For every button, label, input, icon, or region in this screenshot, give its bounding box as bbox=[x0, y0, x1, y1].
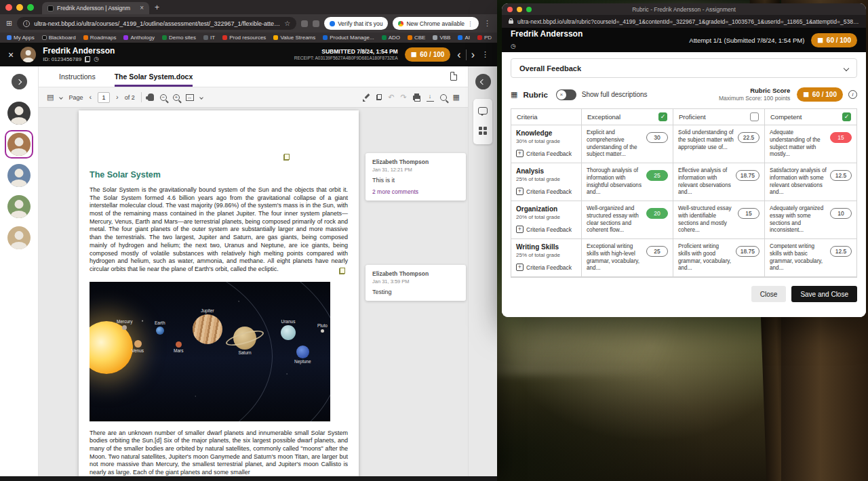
minimize-window-button[interactable] bbox=[16, 4, 23, 11]
criteria-feedback-link[interactable]: +Criteria Feedback bbox=[516, 226, 576, 233]
show-descriptions-toggle[interactable]: × bbox=[556, 89, 576, 100]
zoom-options-icon[interactable] bbox=[199, 96, 203, 100]
more-options-icon[interactable]: ⋮ bbox=[481, 50, 489, 59]
bookmark-item[interactable]: Value Streams bbox=[273, 35, 315, 41]
score-pill[interactable]: 20 bbox=[646, 208, 668, 219]
bookmark-item[interactable]: AI bbox=[458, 35, 470, 41]
rubric-cell[interactable]: Effective analysis of information with r… bbox=[673, 163, 765, 201]
search-icon[interactable] bbox=[440, 94, 447, 101]
bookmark-star-icon[interactable]: ☆ bbox=[284, 20, 290, 27]
attempt-history-clock-icon[interactable]: ◷ bbox=[94, 56, 99, 62]
previous-page-icon[interactable]: ‹ bbox=[89, 93, 92, 101]
grade-pill[interactable]: ▦ 60 / 100 bbox=[405, 47, 451, 62]
zoom-window-button[interactable] bbox=[526, 7, 532, 12]
rubric-cell[interactable]: Well-organized and structured essay with… bbox=[582, 201, 673, 239]
score-pill[interactable]: 15 bbox=[738, 208, 760, 219]
comment-card[interactable]: Elizabeth Thompson Jan 31, 12:21 PM This… bbox=[366, 153, 466, 201]
chip-menu-icon[interactable]: ⋮ bbox=[467, 20, 473, 27]
verify-identity-chip[interactable]: Verify that it's you bbox=[324, 17, 388, 30]
thumbnail-panel-icon[interactable]: ▤ bbox=[47, 93, 54, 101]
minimize-window-button[interactable] bbox=[517, 7, 522, 12]
bookmark-item[interactable]: VBB bbox=[433, 35, 450, 41]
collapse-panel-button[interactable] bbox=[475, 74, 491, 89]
bookmark-item[interactable]: My Apps bbox=[7, 35, 35, 41]
column-checkbox[interactable]: ✓ bbox=[842, 112, 851, 121]
bookmark-item[interactable]: IT bbox=[203, 35, 215, 41]
rubric-cell[interactable]: Explicit and comprehensive understanding… bbox=[582, 125, 673, 163]
browser-tab[interactable]: Fredrik Andersson | Assignm × bbox=[42, 2, 149, 14]
score-pill[interactable]: 25 bbox=[646, 246, 668, 257]
comment-marker-icon[interactable] bbox=[283, 154, 290, 161]
pan-tool-icon[interactable] bbox=[148, 93, 154, 101]
bookmark-item[interactable]: Prod resources bbox=[222, 35, 266, 41]
rubric-cell[interactable]: Thorough analysis of information with in… bbox=[582, 163, 673, 201]
student-roster-avatar[interactable] bbox=[5, 99, 33, 127]
copy-id-icon[interactable] bbox=[85, 56, 90, 62]
undo-icon[interactable]: ↶ bbox=[388, 93, 394, 101]
tab-groups-icon[interactable]: ⊞ bbox=[6, 20, 12, 27]
bookmark-item[interactable]: Blackboard bbox=[42, 35, 76, 41]
bookmark-item[interactable]: Roadmaps bbox=[83, 35, 117, 41]
score-pill[interactable]: 18.75 bbox=[736, 246, 760, 257]
rubric-cell[interactable]: Competent writing skills with basic gram… bbox=[765, 239, 856, 277]
save-and-close-button[interactable]: Save and Close bbox=[791, 286, 857, 302]
score-pill[interactable]: 22.5 bbox=[738, 132, 760, 143]
grade-pill[interactable]: ▦ 60 / 100 bbox=[811, 33, 857, 47]
rubric-cell[interactable]: Proficient writing skills with good gram… bbox=[673, 239, 765, 277]
extension-icon[interactable] bbox=[301, 20, 308, 27]
bookmark-item[interactable]: PD bbox=[477, 35, 492, 41]
redo-icon[interactable]: ↷ bbox=[400, 93, 406, 101]
document-page-icon[interactable] bbox=[450, 72, 457, 81]
close-window-button[interactable] bbox=[507, 7, 513, 12]
next-student-icon[interactable]: › bbox=[471, 49, 475, 61]
close-window-button[interactable] bbox=[5, 4, 12, 11]
score-pill[interactable]: 18.75 bbox=[736, 170, 760, 181]
student-roster-avatar[interactable] bbox=[5, 130, 33, 159]
chrome-update-chip[interactable]: New Chrome available ⋮ bbox=[393, 17, 479, 30]
bookmark-item[interactable]: Product Manage... bbox=[323, 35, 374, 41]
zoom-window-button[interactable] bbox=[27, 4, 34, 11]
rubric-cell[interactable]: Solid understanding of the subject matte… bbox=[673, 125, 765, 163]
site-info-icon[interactable]: i bbox=[23, 20, 30, 27]
bookmark-item[interactable]: CBE bbox=[408, 35, 425, 41]
student-roster-avatar[interactable] bbox=[5, 161, 33, 190]
browser-menu-icon[interactable]: ⋮ bbox=[484, 19, 491, 28]
tab-document[interactable]: The Solar System.docx bbox=[115, 72, 193, 87]
score-pill[interactable]: 10 bbox=[830, 208, 852, 219]
score-pill[interactable]: 30 bbox=[646, 132, 668, 143]
expand-roster-button[interactable] bbox=[12, 74, 27, 89]
pages-icon[interactable] bbox=[376, 94, 382, 100]
score-pill[interactable]: 25 bbox=[646, 170, 668, 181]
fit-width-icon[interactable]: ↔ bbox=[186, 94, 194, 101]
criteria-feedback-link[interactable]: +Criteria Feedback bbox=[516, 264, 576, 271]
attempt-history-clock-icon[interactable]: ◷ bbox=[511, 43, 516, 49]
more-comments-link[interactable]: 2 more comments bbox=[372, 188, 459, 195]
download-icon[interactable]: ↓ bbox=[427, 93, 434, 102]
rubric-cell[interactable]: Exceptional writing skills with high-lev… bbox=[582, 239, 673, 277]
rubric-tool-icon[interactable] bbox=[479, 127, 487, 135]
new-tab-button[interactable]: + bbox=[155, 3, 159, 12]
bookmark-item[interactable]: Demo sites bbox=[162, 35, 196, 41]
student-roster-avatar[interactable] bbox=[5, 192, 33, 221]
url-text[interactable]: ultra-next.bbpd.io/ultra/courses/_4199_1… bbox=[34, 20, 280, 27]
print-icon[interactable] bbox=[413, 96, 420, 100]
student-roster-avatar[interactable] bbox=[5, 224, 33, 252]
comment-marker-icon[interactable] bbox=[339, 268, 345, 274]
rubric-cell[interactable]: Satisfactory analysis of information wit… bbox=[765, 163, 856, 201]
column-checkbox[interactable]: ✓ bbox=[750, 112, 759, 121]
chevron-down-icon[interactable] bbox=[844, 65, 849, 70]
close-panel-icon[interactable]: × bbox=[8, 50, 14, 60]
score-pill[interactable]: 12.5 bbox=[830, 246, 852, 257]
zoom-in-icon[interactable]: + bbox=[173, 94, 180, 101]
column-checkbox[interactable]: ✓ bbox=[658, 112, 667, 121]
comment-card[interactable]: Elizabeth Thompson Jan 31, 3:59 PM Testi… bbox=[366, 265, 466, 301]
overall-feedback-section[interactable]: Overall Feedback bbox=[511, 58, 857, 78]
bookmark-item[interactable]: Anthology bbox=[123, 35, 155, 41]
criteria-feedback-link[interactable]: +Criteria Feedback bbox=[516, 188, 576, 195]
comments-tool-icon[interactable] bbox=[478, 107, 488, 114]
page-number-input[interactable]: 1 bbox=[98, 92, 110, 103]
address-bar[interactable]: i ultra-next.bbpd.io/ultra/courses/_4199… bbox=[17, 17, 296, 30]
next-page-icon[interactable]: › bbox=[116, 93, 119, 101]
rubric-cell[interactable]: Adequate understanding of the subject ma… bbox=[765, 125, 856, 163]
criteria-feedback-link[interactable]: +Criteria Feedback bbox=[516, 150, 576, 157]
